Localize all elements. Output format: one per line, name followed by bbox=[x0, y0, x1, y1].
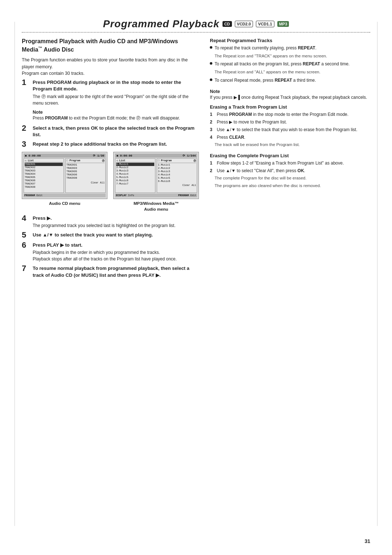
step-3-content: Repeat step 2 to place additional tracks… bbox=[33, 141, 199, 147]
screen-track-cd: ⟳ 1/30 bbox=[93, 154, 104, 157]
title-divider bbox=[22, 32, 370, 33]
screen-header-mp3: ■ 0:00:00 ⟳ 1/344 bbox=[115, 154, 197, 158]
screen-row-mp3-2: 2-Music2 bbox=[116, 166, 154, 169]
repeat-bullet-2-sub: The Repeat icon and "ALL" appears on the… bbox=[215, 69, 370, 75]
page-title: Programmed Playback CD VCD2.0 VCD1.1 MP3 bbox=[103, 18, 289, 30]
screen-footer-mp3: DISPLAY Info PROGRAM Edit bbox=[115, 194, 197, 197]
erase-track-title: Erasing a Track from Program List bbox=[210, 104, 370, 110]
screen-header-cd: ■ 0:00:00 ⟳ 1/30 bbox=[24, 154, 106, 158]
erase-complete-section: Erasing the Complete Program List 1 Foll… bbox=[210, 153, 370, 189]
repeat-bullet-3: To cancel Repeat mode, press REPEAT a th… bbox=[210, 77, 370, 84]
left-margin-bar bbox=[15, 22, 15, 526]
screen-list-header-cd: ◁ List bbox=[25, 159, 63, 162]
step-7-content: To resume normal playback from programme… bbox=[33, 265, 199, 278]
erase-complete-step-2-text: Use ▲/▼ to select "Clear All", then pres… bbox=[217, 167, 305, 174]
screen-prog-mp3-1: 1-Music1 bbox=[158, 163, 196, 167]
right-column: Repeat Programmed Tracks To repeat the t… bbox=[210, 38, 370, 194]
screen-row-cd-1: TRACK01 bbox=[25, 163, 63, 166]
repeat-bullet-1-sub: The Repeat icon and "TRACK" appears on t… bbox=[215, 53, 370, 59]
title-text: Programmed Playback bbox=[103, 18, 220, 30]
screen-row-cd-8: TRACK08 bbox=[25, 186, 63, 189]
note-1-label: Note bbox=[33, 110, 43, 115]
page-number: 31 bbox=[364, 538, 370, 544]
step-4-body: The programmed track you selected last i… bbox=[33, 222, 199, 229]
screen-display-mp3: DISPLAY Info bbox=[116, 194, 134, 197]
screen-prog-cd-4: TRACK06 bbox=[66, 173, 105, 177]
erase-track-step-2-num: 2 bbox=[210, 119, 215, 125]
screen-track-mp3: ⟳ 1/344 bbox=[183, 154, 196, 157]
step-4-content: Press ▶. The programmed track you select… bbox=[33, 215, 199, 229]
erase-track-step-2: 2 Press ▶ to move to the Program list. bbox=[210, 119, 370, 125]
step-1-number: 1 bbox=[22, 78, 30, 86]
erase-track-step-4-num: 4 bbox=[210, 134, 215, 141]
step-1-body: The ⓟ mark will appear to the right of t… bbox=[33, 93, 199, 106]
bullet-dot-1 bbox=[210, 46, 212, 49]
step-1-title: Press PROGRAM during playback or in the … bbox=[33, 79, 199, 92]
screen-row-mp3-5: 5-Music5 bbox=[116, 176, 154, 179]
erase-track-step-3-text: Use ▲/▼ to select the track that you wis… bbox=[217, 126, 357, 133]
screen-row-cd-2: TRACK02 bbox=[25, 166, 63, 169]
note-2-text: If you press ▶▐ once during Repeat Track… bbox=[210, 95, 367, 100]
screen-row-mp3-6: 6-Music6 bbox=[116, 179, 154, 182]
erase-complete-step-2: 2 Use ▲/▼ to select "Clear All", then pr… bbox=[210, 167, 370, 174]
step-2-title: Select a track, then press OK to place t… bbox=[33, 125, 199, 138]
erase-track-step-3: 3 Use ▲/▼ to select the track that you w… bbox=[210, 126, 370, 133]
step-6: 6 Press PLAY ▶ to start. Playback begins… bbox=[22, 242, 199, 262]
erase-track-section: Erasing a Track from Program List 1 Pres… bbox=[210, 104, 370, 148]
note-2-label: Note bbox=[210, 89, 220, 94]
mp3-caption: MP3/Windows Media™Audio menu bbox=[113, 200, 199, 212]
screen-list-header-mp3: ◁ List bbox=[116, 159, 154, 162]
step-5-content: Use ▲/▼ to select the track you want to … bbox=[33, 232, 199, 238]
repeat-section-title: Repeat Programmed Tracks bbox=[210, 38, 370, 43]
screen-prog-cd-1: TRACK01 bbox=[66, 163, 105, 167]
screen-row-mp3-3: 3-Music3 bbox=[116, 169, 154, 173]
step-5-number: 5 bbox=[22, 231, 30, 239]
format-mp3: MP3 bbox=[277, 21, 289, 27]
erase-complete-step-1-num: 1 bbox=[210, 160, 215, 166]
format-vcd20: VCD2.0 bbox=[235, 21, 253, 27]
step-6-title: Press PLAY ▶ to start. bbox=[33, 242, 199, 248]
screen-prog-cd-2: TRACK03 bbox=[66, 167, 105, 170]
note-2: Note If you press ▶▐ once during Repeat … bbox=[210, 89, 370, 101]
step-3-number: 3 bbox=[22, 140, 30, 148]
erase-track-step-1-num: 1 bbox=[210, 111, 215, 118]
step-3-title: Repeat step 2 to place additional tracks… bbox=[33, 141, 199, 147]
erase-complete-step-1-text: Follow steps 1-2 of "Erasing a Track fro… bbox=[217, 160, 344, 166]
screen-row-cd-6: TRACK06 bbox=[25, 179, 63, 182]
mp3-screen: ■ 0:00:00 ⟳ 1/344 ◁ List 1-Music1 2-Musi… bbox=[113, 152, 199, 199]
section-heading: Programmed Playback with Audio CD and MP… bbox=[22, 38, 199, 54]
repeat-bullet-2: To repeat all tracks on the program list… bbox=[210, 61, 370, 67]
format-cd: CD bbox=[222, 21, 232, 27]
erase-track-step-3-num: 3 bbox=[210, 126, 215, 133]
step-7: 7 To resume normal playback from program… bbox=[22, 265, 199, 278]
note-1-text: Press PROGRAM to exit the Program Edit m… bbox=[33, 116, 180, 121]
two-column-layout: Programmed Playback with Audio CD and MP… bbox=[22, 38, 370, 281]
screen-program-mp3: PROGRAM Edit bbox=[178, 194, 196, 197]
step-2: 2 Select a track, then press OK to place… bbox=[22, 125, 199, 138]
trademark-super: ™ bbox=[38, 46, 42, 50]
step-1-content: Press PROGRAM during playback or in the … bbox=[33, 79, 199, 106]
right-margin-bar bbox=[377, 22, 377, 526]
erase-complete-step-1: 1 Follow steps 1-2 of "Erasing a Track f… bbox=[210, 160, 370, 166]
screens-area: ■ 0:00:00 ⟳ 1/30 ◁ List TRACK01 TRACK02 … bbox=[22, 152, 199, 212]
step-2-number: 2 bbox=[22, 124, 30, 132]
screen-prog-col-cd: □ Programⓟ TRACK01 TRACK03 TRACK05 TRACK… bbox=[65, 158, 106, 193]
page-title-area: Programmed Playback CD VCD2.0 VCD1.1 MP3 bbox=[22, 15, 370, 30]
erase-track-step-2-text: Press ▶ to move to the Program list. bbox=[217, 119, 287, 125]
screen-prog-header-cd: □ Programⓟ bbox=[66, 159, 105, 163]
screen-prog-cd-5: TRACK08 bbox=[66, 177, 105, 180]
bullet-dot-2 bbox=[210, 62, 212, 65]
note-1: Note Press PROGRAM to exit the Program E… bbox=[33, 109, 199, 121]
screen-cols-cd: ◁ List TRACK01 TRACK02 TRACK03 TRACK04 T… bbox=[24, 158, 106, 193]
erase-track-step-1: 1 Press PROGRAM in the stop mode to ente… bbox=[210, 111, 370, 118]
repeat-bullet-1: To repeat the track currently playing, p… bbox=[210, 45, 370, 51]
audio-cd-screen-block: ■ 0:00:00 ⟳ 1/30 ◁ List TRACK01 TRACK02 … bbox=[22, 152, 107, 206]
step-6-number: 6 bbox=[22, 241, 30, 249]
screen-row-cd-7: TRACK07 bbox=[25, 182, 63, 186]
step-3: 3 Repeat step 2 to place additional trac… bbox=[22, 141, 199, 148]
screen-prog-mp3-3: 3-Music3 bbox=[158, 170, 196, 173]
intro-text: The Program function enables you to stor… bbox=[22, 57, 199, 77]
screen-clearall-mp3: Clear All bbox=[158, 184, 196, 187]
screen-row-mp3-7: 7-Music7 bbox=[116, 182, 154, 186]
screen-row-mp3-4: 4-Music4 bbox=[116, 173, 154, 176]
